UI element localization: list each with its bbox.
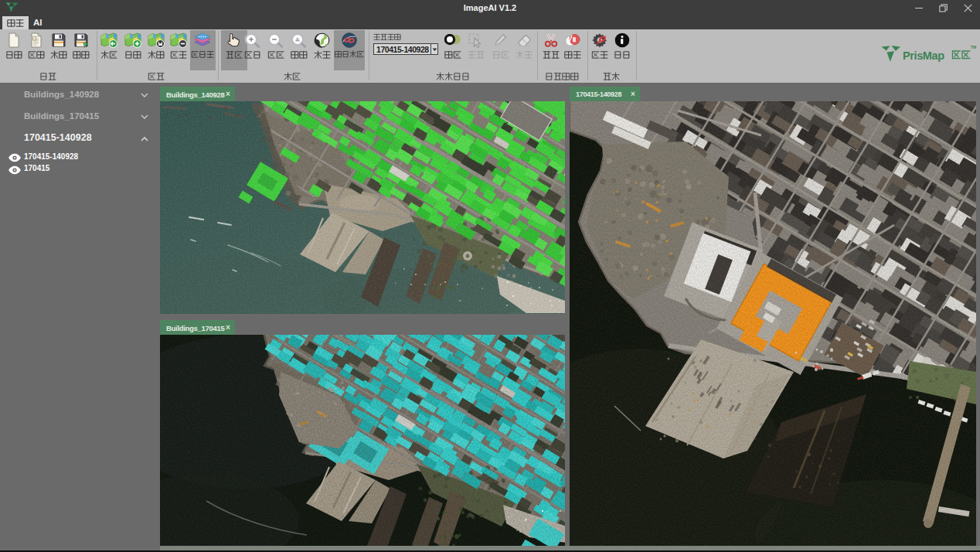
svg-text:PrisMap: PrisMap	[903, 49, 944, 62]
svg-text:A: A	[295, 36, 300, 43]
